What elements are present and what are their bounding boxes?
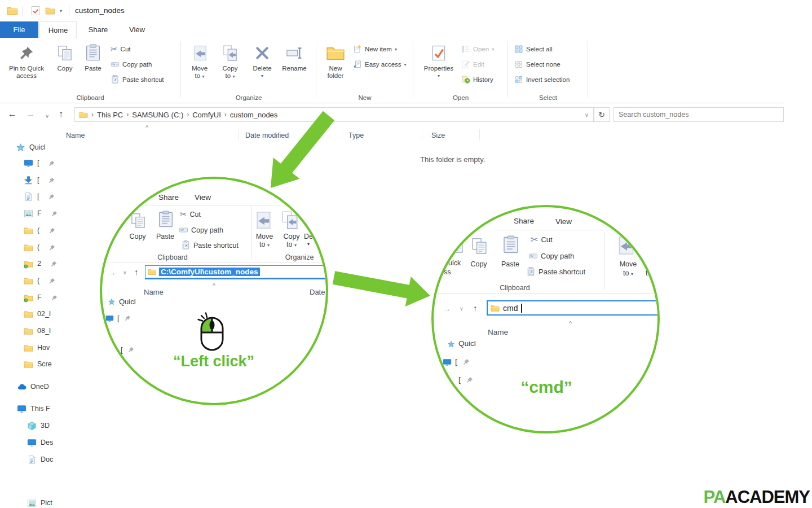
quick-access-toolbar-check-icon[interactable] — [30, 6, 41, 16]
folder-icon — [24, 243, 33, 252]
mini-sidebar-fragment: [ — [117, 314, 120, 322]
titlebar-divider — [69, 6, 69, 16]
sidebar-item[interactable]: [ — [24, 190, 55, 203]
copy-button[interactable]: Copy — [52, 41, 78, 72]
sidebar-item[interactable]: [ — [24, 174, 55, 186]
sidebar-item[interactable]: ( — [24, 224, 55, 237]
cut-button[interactable]: ✂ Cut — [111, 43, 130, 55]
sidebar-item-label: ( — [37, 243, 39, 251]
up-icon[interactable]: ↑ — [59, 108, 63, 120]
address-dropdown-chevron-icon[interactable]: ∨ — [585, 112, 589, 118]
column-divider[interactable] — [238, 129, 239, 141]
paste-shortcut-button[interactable]: Paste shortcut — [111, 73, 164, 86]
chevron-down-icon: ▾ — [631, 271, 633, 277]
mini-pin-label-fragment: uick — [448, 259, 461, 267]
forward-icon[interactable]: → — [26, 108, 35, 120]
refresh-icon: ↻ — [598, 110, 605, 119]
refresh-button[interactable]: ↻ — [594, 107, 610, 122]
column-header-size[interactable]: Size — [431, 132, 445, 139]
sidebar-item[interactable]: Des — [27, 436, 53, 449]
copy-path-button[interactable]: Copy path — [111, 58, 152, 71]
sidebar-item-this-pc[interactable]: This F — [17, 402, 50, 415]
mini-copy-path-icon — [179, 225, 188, 235]
mini-paste-shortcut-icon — [526, 267, 536, 277]
button-label: Pin to Quick — [9, 65, 44, 72]
button-label: Easy access — [365, 61, 401, 68]
sidebar-item[interactable]: Hov — [24, 341, 50, 354]
logo-part-academy: ACADEMY — [725, 487, 810, 507]
copy-to-button[interactable]: Copy to ▾ — [217, 41, 244, 80]
search-input[interactable] — [614, 108, 792, 121]
sidebar-item[interactable]: 3D — [27, 419, 50, 432]
recent-locations-chevron-icon[interactable]: ∨ — [45, 111, 49, 122]
mini-column-name: Name — [144, 288, 164, 296]
sidebar-item[interactable]: Doc — [27, 453, 53, 466]
mini-address-bar-selected: C:\ComfyUI\custom_nodes — [145, 265, 328, 279]
sidebar-item[interactable]: 02_I — [24, 308, 51, 320]
rename-button[interactable]: Rename — [279, 41, 310, 72]
select-all-button[interactable]: Select all — [514, 43, 553, 55]
open-button[interactable]: Open ▾ — [461, 43, 494, 55]
sidebar-item-onedrive[interactable]: OneD — [17, 380, 49, 393]
quick-access-toolbar-chevron-icon[interactable]: ▾ — [60, 8, 62, 14]
paste-button[interactable]: Paste — [80, 41, 106, 72]
text-cursor — [521, 304, 522, 313]
sidebar-item[interactable]: F — [24, 207, 58, 220]
edit-button[interactable]: Edit — [461, 58, 484, 71]
sidebar-item[interactable]: F — [24, 291, 58, 304]
column-header-date-modified[interactable]: Date modified — [245, 132, 289, 139]
scissors-icon: ✂ — [111, 44, 118, 54]
button-label: New — [329, 65, 342, 72]
column-header-type[interactable]: Type — [348, 132, 364, 139]
sidebar-item-label: OneD — [30, 383, 49, 391]
button-label: Copy — [223, 65, 238, 72]
titlebar-divider — [23, 6, 23, 16]
onedrive-cloud-icon — [17, 382, 27, 392]
sidebar-item-quick-access[interactable]: Quicl — [16, 141, 45, 154]
mini-sort-caret-icon: ^ — [213, 282, 215, 289]
new-folder-button[interactable]: New folder — [320, 41, 351, 80]
sidebar-item[interactable]: ( — [24, 241, 55, 253]
column-divider[interactable] — [422, 129, 422, 141]
mini-copy-label: Copy — [123, 233, 152, 240]
tab-home[interactable]: Home — [39, 21, 77, 40]
delete-button[interactable]: Delete ▾ — [248, 41, 276, 80]
tab-view[interactable]: View — [121, 21, 153, 38]
breadcrumb-custom-nodes[interactable]: custom_nodes — [230, 111, 278, 119]
mini-copy-icon — [471, 238, 488, 255]
breadcrumb[interactable]: › This PC › SAMSUNG (C:) › ComfyUI › cus… — [74, 107, 594, 122]
move-to-button[interactable]: Move to ▾ — [186, 41, 213, 80]
pin-to-quick-access-button[interactable]: Pin to Quick access — [3, 41, 50, 80]
column-divider[interactable] — [342, 129, 342, 141]
chevron-down-icon: ▾ — [294, 243, 297, 248]
button-label: to — [226, 72, 231, 79]
properties-button[interactable]: Properties ▾ — [422, 41, 456, 80]
sidebar-item[interactable]: 2 — [24, 257, 57, 270]
history-button[interactable]: History — [461, 73, 493, 86]
sidebar-item[interactable]: Scre — [24, 358, 52, 370]
mini-copy-path-label: Copy path — [541, 252, 574, 260]
easy-access-button[interactable]: Easy access ▾ — [353, 58, 407, 71]
breadcrumb-drive[interactable]: SAMSUNG (C:) — [132, 111, 183, 119]
sidebar-item[interactable]: [ — [24, 157, 55, 169]
mini-ribbon-separator — [251, 205, 251, 259]
select-none-button[interactable]: Select none — [514, 58, 561, 71]
sidebar-item[interactable]: Pict — [27, 497, 52, 508]
ribbon-group-clipboard: Pin to Quick access Copy Paste ✂ Cut Cop… — [0, 38, 180, 103]
column-header-name[interactable]: Name — [66, 132, 85, 139]
invert-selection-button[interactable]: Invert selection — [514, 73, 570, 86]
breadcrumb-comfyui[interactable]: ComfyUI — [192, 111, 221, 119]
back-icon[interactable]: ← — [8, 108, 17, 120]
tab-file[interactable]: File — [0, 21, 38, 38]
window-folder-icon — [7, 5, 18, 16]
breadcrumb-this-pc[interactable]: This PC — [97, 111, 123, 119]
sidebar-item[interactable]: ( — [24, 274, 55, 287]
sidebar-item-label: [ — [37, 176, 39, 184]
pictures-icon — [27, 498, 37, 508]
tab-share[interactable]: Share — [80, 21, 116, 38]
column-divider[interactable] — [479, 129, 480, 141]
quick-access-toolbar-folder-icon[interactable] — [45, 6, 55, 16]
new-item-button[interactable]: New item ▾ — [353, 43, 397, 55]
sidebar-item[interactable]: 08_I — [24, 325, 51, 337]
mini-ribbon-bottom-line — [434, 293, 657, 294]
